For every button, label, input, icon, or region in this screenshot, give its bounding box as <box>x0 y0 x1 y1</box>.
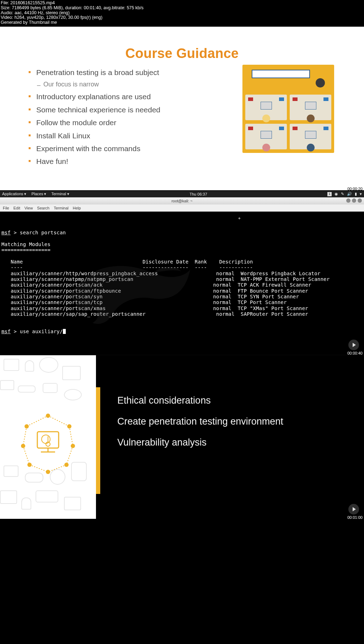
student-icon <box>307 115 315 122</box>
student-icon <box>262 115 270 122</box>
terminal-cursor <box>63 329 66 334</box>
topic-list: Ethical considerations Create penetratio… <box>96 355 364 519</box>
terminal-menubar[interactable]: File Edit View Search Terminal Help <box>0 204 364 212</box>
bullet-item: Introductory explanations are used <box>28 91 242 102</box>
menu-item-edit[interactable]: Edit <box>14 206 20 210</box>
bullet-item: Some technical experience is needed <box>28 105 242 115</box>
terminal-command: use auxiliary/ <box>20 329 63 334</box>
slide-title: Course Guidance <box>0 46 364 61</box>
menu-item-view[interactable]: View <box>25 206 33 210</box>
menu-item-search[interactable]: Search <box>37 206 49 210</box>
module-desc: NAT-PMP External Port Scanner <box>241 276 330 282</box>
terminal[interactable]: ⌖ msf > search portscan Matching Modules… <box>0 212 364 355</box>
module-desc: Wordpress Pingback Locator <box>241 271 320 276</box>
meta-generated: Generated by Thumbnail me <box>1 20 363 25</box>
clock[interactable]: Thu 06:37 <box>69 192 327 196</box>
thumbnail-frame-1: Course Guidance Penetration testing is a… <box>0 27 364 190</box>
bullet-item: Install Kali Linux <box>28 131 242 141</box>
module-desc: TCP Port Scanner <box>237 299 287 305</box>
bullet-item: Penetration testing is a broad subject <box>28 67 242 78</box>
svg-line-11 <box>27 416 48 426</box>
module-name: auxiliary/scanner/sap/sap_router_portsca… <box>11 311 146 317</box>
bullet-list: Penetration testing is a broad subject O… <box>28 65 242 169</box>
window-title: root@kali: ~ <box>171 199 192 203</box>
column-date: Disclosure Date <box>143 259 188 265</box>
classroom-illustration <box>242 65 334 153</box>
column-name: Name <box>11 259 23 265</box>
play-icon <box>348 340 359 350</box>
bullet-item: Follow the module order <box>28 117 242 128</box>
places-menu[interactable]: Places ▾ <box>31 192 46 196</box>
meta-size: Size: 7186499 bytes (6.85 MiB), duration… <box>1 6 363 11</box>
bullet-item: Have fun! <box>28 156 242 166</box>
desktop-top-bar[interactable]: Applications ▾ Places ▾ Terminal ▾ Thu 0… <box>0 191 364 197</box>
column-desc: Description <box>219 259 253 265</box>
applications-menu[interactable]: Applications ▾ <box>2 192 26 196</box>
svg-line-18 <box>48 465 66 472</box>
module-rank: normal <box>213 282 231 288</box>
svg-line-17 <box>30 465 48 472</box>
svg-line-16 <box>66 446 73 465</box>
play-icon <box>348 175 359 186</box>
module-desc: TCP ACK Firewall Scanner <box>237 282 311 288</box>
menu-item-terminal[interactable]: Terminal <box>54 206 69 210</box>
bullet-subitem: Our focus is narrow <box>28 80 242 89</box>
module-name: auxiliary/scanner/portscan/ack <box>11 282 103 288</box>
thumbnail-frame-3: Ethical considerations Create penetratio… <box>0 355 364 519</box>
thumbnail-frame-2: Applications ▾ Places ▾ Terminal ▾ Thu 0… <box>0 191 364 355</box>
window-close-icon[interactable] <box>358 198 362 203</box>
module-name: auxiliary/scanner/portscan/xmas <box>11 305 106 311</box>
svg-line-15 <box>23 446 30 465</box>
svg-line-13 <box>23 426 27 446</box>
meta-video: Video: h264, yuv420p, 1280x720, 30.00 fp… <box>1 15 363 20</box>
module-desc: TCP "XMas" Port Scanner <box>237 305 308 311</box>
module-name: auxiliary/scanner/http/wordpress_pingbac… <box>11 271 158 276</box>
window-maximize-icon[interactable] <box>352 198 356 203</box>
student-icon <box>262 144 270 151</box>
module-rank: normal <box>213 294 231 299</box>
module-name: auxiliary/scanner/portscan/ftpbounce <box>11 288 121 294</box>
timestamp: 00:00:20 <box>347 187 363 190</box>
module-name: auxiliary/scanner/portscan/syn <box>11 294 103 299</box>
column-rank: Rank <box>195 259 207 265</box>
battery-icon[interactable]: ▮ <box>355 192 357 196</box>
module-desc: SAPRouter Port Scanner <box>241 311 308 317</box>
menu-item-file[interactable]: File <box>3 206 9 210</box>
module-desc: FTP Bounce Port Scanner <box>237 288 308 294</box>
mouse-cursor-icon: ⌖ <box>238 216 241 221</box>
module-rank: normal <box>216 276 235 282</box>
meta-audio: Audio: aac, 44100 Hz, stereo (eng) <box>1 11 363 16</box>
topic-item: Ethical considerations <box>117 395 364 406</box>
module-rank: normal <box>213 299 231 305</box>
camera-icon[interactable]: ◉ <box>334 192 338 196</box>
icon-sidebar <box>0 355 96 519</box>
module-desc: TCP SYN Port Scanner <box>237 294 299 299</box>
timestamp: 00:00:40 <box>347 351 363 355</box>
power-menu-icon[interactable]: ▾ <box>360 192 362 196</box>
module-rank: normal <box>213 305 231 311</box>
window-minimize-icon[interactable] <box>346 198 350 203</box>
module-rank: normal <box>216 271 235 276</box>
terminal-menu[interactable]: Terminal ▾ <box>51 192 69 196</box>
window-titlebar[interactable]: root@kali: ~ <box>0 197 364 204</box>
module-rank: normal <box>213 288 231 294</box>
module-name: auxiliary/scanner/natpmp/natpmp_portscan <box>11 276 133 282</box>
menu-item-help[interactable]: Help <box>73 206 81 210</box>
whiteboard-icon <box>252 70 310 78</box>
topic-item: Vulnerability analysis <box>117 437 364 448</box>
module-rank: normal <box>216 311 235 317</box>
play-icon <box>348 504 359 515</box>
svg-line-14 <box>69 426 73 446</box>
tools-icon[interactable]: ✎ <box>341 192 344 196</box>
meta-file: File: 20160616215525.mp4 <box>1 1 363 6</box>
volume-icon[interactable]: 🔊 <box>347 192 352 196</box>
terminal-command: search portscan <box>20 230 66 235</box>
module-name: auxiliary/scanner/portscan/tcp <box>11 299 103 305</box>
topic-item: Create penetration testing environment <box>117 416 364 427</box>
terminal-heading: Matching Modules <box>1 241 50 247</box>
timestamp: 00:01:00 <box>347 515 363 519</box>
network-monitor-icon <box>20 412 76 474</box>
video-metadata: File: 20160616215525.mp4 Size: 7186499 b… <box>0 0 364 27</box>
workspace-indicator[interactable]: 1 <box>327 192 332 196</box>
student-icon <box>307 144 315 151</box>
